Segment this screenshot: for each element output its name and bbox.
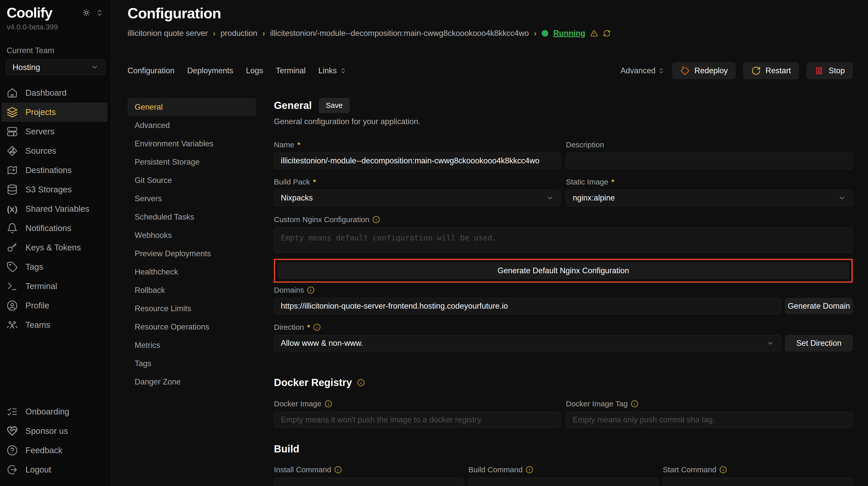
- heart-handshake-icon: [7, 425, 18, 436]
- sidebar-item-projects[interactable]: Projects: [2, 102, 107, 122]
- info-icon[interactable]: [357, 379, 365, 387]
- key-icon: [7, 242, 18, 253]
- info-icon[interactable]: [313, 323, 321, 331]
- sidebar-item-shared-variables[interactable]: (x) Shared Variables: [0, 199, 111, 219]
- start-command-input[interactable]: [663, 478, 853, 486]
- sidebar-item-logout[interactable]: Logout: [0, 460, 111, 479]
- tab-configuration[interactable]: Configuration: [127, 66, 174, 75]
- breadcrumb-separator: ›: [534, 29, 536, 38]
- docker-image-input[interactable]: [274, 412, 561, 428]
- breadcrumb-application[interactable]: illicitestonion/-module--decomposition:m…: [270, 29, 529, 38]
- direction-select[interactable]: Allow www & non-www.: [274, 335, 781, 351]
- stop-button[interactable]: Stop: [806, 62, 853, 79]
- info-icon[interactable]: [307, 286, 315, 294]
- info-icon[interactable]: [719, 466, 727, 474]
- refresh-icon[interactable]: [603, 30, 611, 37]
- git-source-icon: [7, 145, 18, 157]
- nginx-config-textarea[interactable]: [274, 227, 853, 253]
- sidebar-item-tags[interactable]: Tags: [0, 257, 111, 277]
- static-image-select[interactable]: nginx:alpine: [566, 190, 853, 206]
- theme-sun-icon[interactable]: [83, 9, 90, 17]
- domains-input[interactable]: [274, 298, 781, 314]
- tab-links[interactable]: Links: [318, 66, 346, 75]
- subnav-healthcheck[interactable]: Healthcheck: [127, 263, 256, 281]
- breadcrumb-project[interactable]: illicitonion quote server: [127, 29, 208, 38]
- restart-label: Restart: [766, 66, 791, 75]
- warning-triangle-icon[interactable]: [590, 30, 598, 37]
- save-button[interactable]: Save: [319, 98, 349, 113]
- info-icon[interactable]: [334, 466, 342, 474]
- server-icon: [7, 126, 18, 137]
- sidebar-item-label: S3 Storages: [26, 185, 72, 194]
- name-input[interactable]: [274, 153, 561, 169]
- static-image-value: nginx:alpine: [573, 193, 615, 202]
- subnav-tags[interactable]: Tags: [127, 354, 256, 373]
- team-select[interactable]: Hosting: [6, 59, 105, 75]
- sidebar-item-label: Sponsor us: [26, 426, 68, 436]
- subnav-danger-zone[interactable]: Danger Zone: [127, 373, 256, 391]
- subnav-preview-deployments[interactable]: Preview Deployments: [127, 245, 256, 263]
- chevron-down-icon: [546, 194, 554, 202]
- sidebar-item-label: Shared Variables: [26, 204, 89, 214]
- sidebar-item-feedback[interactable]: Feedback: [0, 441, 111, 460]
- subnav-advanced[interactable]: Advanced: [127, 116, 256, 135]
- subnav-resource-operations[interactable]: Resource Operations: [127, 318, 256, 336]
- sidebar-item-terminal[interactable]: Terminal: [0, 277, 111, 296]
- sidebar-item-destinations[interactable]: Destinations: [0, 161, 111, 180]
- sidebar-item-notifications[interactable]: Notifications: [0, 219, 111, 238]
- sidebar-item-label: Servers: [26, 127, 55, 136]
- build-pack-select[interactable]: Nixpacks: [274, 190, 561, 206]
- sidebar-item-s3-storages[interactable]: S3 Storages: [0, 180, 111, 199]
- sidebar-item-dashboard[interactable]: Dashboard: [0, 83, 111, 102]
- build-command-label: Build Command: [468, 465, 658, 474]
- subnav-persistent-storage[interactable]: Persistent Storage: [127, 153, 256, 171]
- info-icon[interactable]: [324, 400, 332, 408]
- sidebar-item-profile[interactable]: Profile: [0, 296, 111, 315]
- subnav-environment-variables[interactable]: Environment Variables: [127, 135, 256, 153]
- build-heading: Build: [274, 443, 853, 455]
- info-icon[interactable]: [631, 400, 639, 408]
- description-label: Description: [566, 140, 853, 149]
- user-circle-icon: [7, 300, 18, 311]
- build-command-input[interactable]: [468, 478, 658, 486]
- breadcrumb: illicitonion quote server › production ›…: [127, 29, 853, 38]
- subnav-metrics[interactable]: Metrics: [127, 336, 256, 354]
- sidebar-nav: Dashboard Projects Servers Sources Desti…: [0, 83, 111, 334]
- status-badge[interactable]: Running: [553, 29, 585, 38]
- subnav-resource-limits[interactable]: Resource Limits: [127, 299, 256, 318]
- sidebar-item-teams[interactable]: Teams: [0, 315, 111, 334]
- sidebar-item-servers[interactable]: Servers: [0, 122, 111, 141]
- install-command-input[interactable]: [274, 478, 464, 486]
- restart-button[interactable]: Restart: [743, 62, 799, 79]
- subnav-general[interactable]: General: [127, 98, 256, 116]
- generate-nginx-config-button[interactable]: Generate Default Nginx Configuration: [278, 263, 849, 279]
- docker-image-tag-input[interactable]: [566, 412, 853, 428]
- advanced-dropdown[interactable]: Advanced: [620, 66, 664, 75]
- subnav-scheduled-tasks[interactable]: Scheduled Tasks: [127, 208, 256, 226]
- status-dot: [542, 30, 548, 37]
- app-logo: Coolify: [7, 6, 52, 20]
- build-pack-label: Build Pack*: [274, 177, 561, 186]
- description-input[interactable]: [566, 153, 853, 169]
- collapse-chevrons-icon[interactable]: [96, 9, 103, 17]
- redeploy-button[interactable]: Redeploy: [672, 62, 736, 79]
- sidebar-item-sources[interactable]: Sources: [0, 141, 111, 161]
- breadcrumb-environment[interactable]: production: [220, 29, 257, 38]
- direction-label: Direction*: [274, 323, 853, 331]
- subnav-git-source[interactable]: Git Source: [127, 171, 256, 190]
- info-icon[interactable]: [526, 466, 533, 474]
- sidebar-item-onboarding[interactable]: Onboarding: [0, 402, 111, 421]
- generate-domain-button[interactable]: Generate Domain: [785, 298, 853, 314]
- sidebar-item-keys-tokens[interactable]: Keys & Tokens: [0, 238, 111, 257]
- subnav-webhooks[interactable]: Webhooks: [127, 226, 256, 245]
- info-icon[interactable]: [372, 216, 380, 223]
- parentheses-x-icon: (x): [7, 204, 18, 214]
- tab-logs[interactable]: Logs: [246, 66, 263, 75]
- sidebar-item-sponsor[interactable]: Sponsor us: [0, 421, 111, 441]
- set-direction-button[interactable]: Set Direction: [785, 335, 853, 351]
- install-command-label: Install Command: [274, 465, 464, 474]
- subnav-rollback[interactable]: Rollback: [127, 281, 256, 299]
- tab-terminal[interactable]: Terminal: [276, 66, 306, 75]
- tab-deployments[interactable]: Deployments: [187, 66, 233, 75]
- subnav-servers[interactable]: Servers: [127, 190, 256, 208]
